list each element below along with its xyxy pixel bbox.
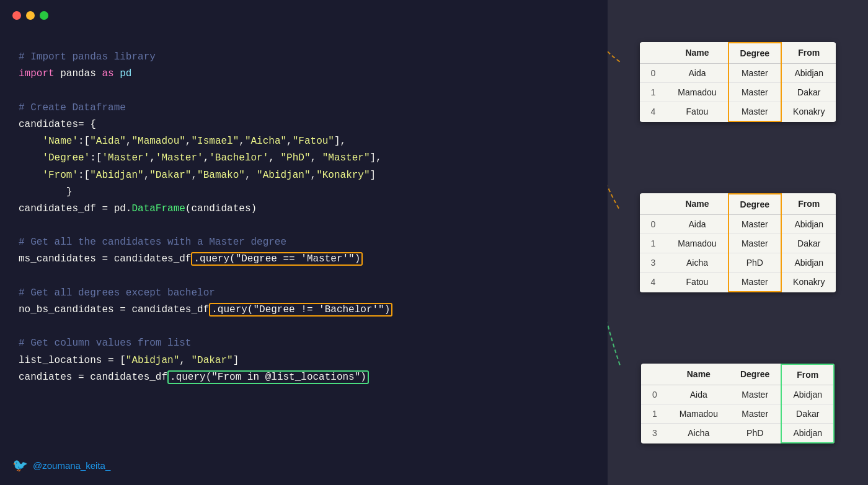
th-name-3: Name [668, 364, 729, 385]
td-degree: Master [728, 63, 781, 82]
close-button[interactable] [12, 11, 21, 20]
th-name-1: Name [666, 43, 728, 64]
td-name: Aicha [668, 423, 729, 443]
td-name: Mamadou [668, 404, 729, 423]
td-from: Dakar [781, 82, 836, 102]
td-from: Abidjan [781, 385, 834, 404]
code-dict-degree: 'Degree':['Master','Master','Bachelor', … [19, 150, 589, 167]
td-degree: PhD [728, 253, 781, 272]
code-body: # Import pandas library import pandas as… [0, 26, 608, 398]
table-row: 0 Aida Master Abidjan [641, 385, 834, 404]
table-master-result: Name Degree From 0 Aida Master Abidjan 1… [640, 42, 836, 122]
code-dict-open: candidates= { [19, 116, 589, 133]
table-not-bachelor-result: Name Degree From 0 Aida Master Abidjan 1… [640, 193, 836, 292]
code-df-create: candidates_df = pd.DataFrame(candidates) [19, 201, 589, 217]
td-degree: Master [729, 404, 781, 423]
td-name: Mamadou [666, 234, 728, 253]
th-degree-1: Degree [728, 43, 781, 64]
td-from: Dakar [781, 404, 834, 423]
td-name: Aida [666, 214, 728, 234]
td-idx: 1 [640, 82, 667, 102]
code-query-master: ms_candidates = candidates_df.query("Deg… [19, 251, 589, 268]
code-query-from: candiates = candidates_df.query("From in… [19, 369, 589, 386]
tables-panel: Name Degree From 0 Aida Master Abidjan 1… [608, 0, 868, 485]
td-from: Abidjan [781, 253, 836, 272]
twitter-footer: 🐦 @zoumana_keita_ [12, 458, 110, 473]
th-index-2 [640, 194, 667, 215]
table-row: 3 Aicha PhD Abidjan [640, 253, 836, 272]
td-name: Fatou [666, 102, 728, 121]
code-import: import pandas as pd [19, 66, 589, 82]
code-panel: # Import pandas library import pandas as… [0, 0, 608, 485]
table-row: 3 Aicha PhD Abidjan [641, 423, 834, 443]
twitter-icon: 🐦 [12, 458, 28, 473]
td-from: Abidjan [781, 214, 836, 234]
td-degree: Master [728, 234, 781, 253]
comment-list: # Get column values from list [19, 335, 589, 352]
twitter-handle: @zoumana_keita_ [33, 460, 110, 471]
minimize-button[interactable] [26, 11, 35, 20]
code-dict-from: 'From':["Abidjan","Dakar","Bamako", "Abi… [19, 167, 589, 184]
table-row: 0 Aida Master Abidjan [640, 63, 836, 82]
comment-bachelor: # Get all degrees except bachelor [19, 285, 589, 302]
table-row: 0 Aida Master Abidjan [640, 214, 836, 234]
table-row: 4 Fatou Master Konakry [640, 272, 836, 292]
th-degree-2: Degree [728, 194, 781, 215]
th-name-2: Name [666, 194, 728, 215]
code-list-locations: list_locations = ["Abidjan", "Dakar"] [19, 352, 589, 369]
table-row: 1 Mamadou Master Dakar [640, 234, 836, 253]
td-idx: 0 [640, 214, 667, 234]
th-from-3: From [781, 364, 834, 385]
td-idx: 0 [640, 63, 667, 82]
th-index-1 [640, 43, 667, 64]
code-query-bachelor: no_bs_candidates = candidates_df.query("… [19, 302, 589, 318]
td-name: Fatou [666, 272, 728, 292]
th-degree-3: Degree [729, 364, 781, 385]
th-from-2: From [781, 194, 836, 215]
comment-master: # Get all the candidates with a Master d… [19, 234, 589, 251]
td-from: Abidjan [781, 423, 834, 443]
comment-import: # Import pandas library [19, 49, 589, 66]
td-idx: 3 [640, 253, 667, 272]
table-from-list-result: Name Degree From 0 Aida Master Abidjan 1… [641, 364, 835, 443]
td-from: Konakry [781, 272, 836, 292]
table-row: 1 Mamadou Master Dakar [640, 82, 836, 102]
table-row: 1 Mamadou Master Dakar [641, 404, 834, 423]
th-index-3 [641, 364, 668, 385]
df-table-3: Name Degree From 0 Aida Master Abidjan 1… [641, 364, 835, 443]
td-idx: 0 [641, 385, 668, 404]
td-from: Konakry [781, 102, 836, 121]
comment-dataframe: # Create Dataframe [19, 100, 589, 116]
td-name: Aicha [666, 253, 728, 272]
td-idx: 3 [641, 423, 668, 443]
td-from: Dakar [781, 234, 836, 253]
code-dict-name: 'Name':["Aida","Mamadou","Ismael","Aicha… [19, 133, 589, 150]
td-name: Aida [666, 63, 728, 82]
td-name: Mamadou [666, 82, 728, 102]
td-degree: Master [728, 102, 781, 121]
th-from-1: From [781, 43, 836, 64]
td-degree: PhD [729, 423, 781, 443]
table-row: 4 Fatou Master Konakry [640, 102, 836, 121]
traffic-lights [0, 0, 608, 26]
td-idx: 4 [640, 102, 667, 121]
df-table-2: Name Degree From 0 Aida Master Abidjan 1… [640, 193, 836, 292]
code-dict-close: } [19, 184, 589, 201]
td-idx: 4 [640, 272, 667, 292]
td-degree: Master [728, 82, 781, 102]
td-degree: Master [728, 272, 781, 292]
maximize-button[interactable] [40, 11, 48, 20]
td-idx: 1 [640, 234, 667, 253]
td-degree: Master [728, 214, 781, 234]
td-name: Aida [668, 385, 729, 404]
td-idx: 1 [641, 404, 668, 423]
df-table-1: Name Degree From 0 Aida Master Abidjan 1… [640, 42, 836, 122]
td-from: Abidjan [781, 63, 836, 82]
td-degree: Master [729, 385, 781, 404]
